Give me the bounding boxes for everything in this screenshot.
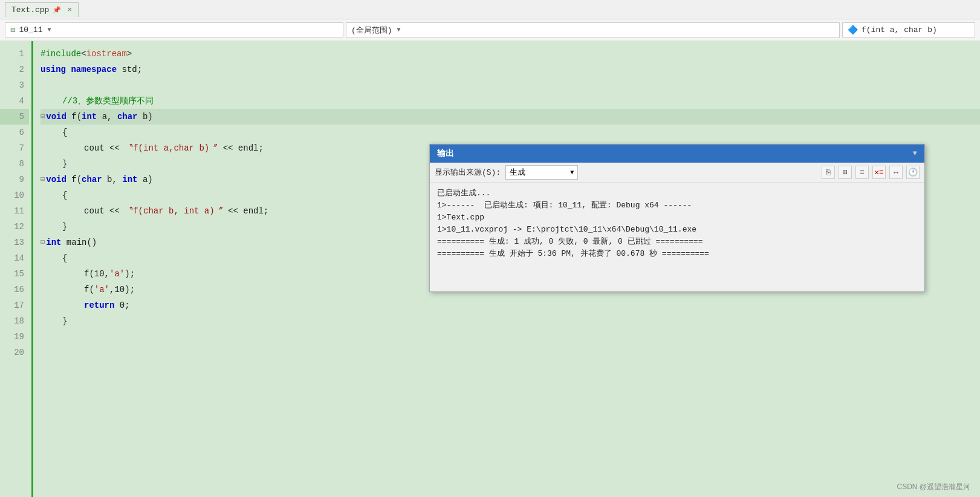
line-num-18: 18 <box>0 313 29 329</box>
output-icon-list[interactable]: ≡ <box>855 166 869 179</box>
line-num-3: 3 <box>0 77 29 93</box>
line-num-2: 2 <box>0 62 29 77</box>
line-num-10: 10 <box>0 187 29 203</box>
code-line-18: } <box>41 313 980 329</box>
line-num-16: 16 <box>0 282 29 297</box>
output-source-value: 生成 <box>510 167 525 178</box>
code-line-3 <box>41 77 980 93</box>
func-label: f(int a, char b) <box>862 25 937 34</box>
scope-selector[interactable]: ⊞ 10_11 ▼ <box>5 22 343 37</box>
output-panel: 输出 ▼ 显示输出来源(S): 生成 ▼ ⎘ ⊞ ≡ ✕≡ ↔ 🕐 已启动生成.… <box>429 144 925 292</box>
output-line-6: ========== 生成 开始于 5:36 PM, 并花费了 00.678 秒… <box>437 248 917 260</box>
output-line-4: 1>10_11.vcxproj -> E:\projtct\10_11\x64\… <box>437 224 917 236</box>
output-panel-header: 输出 ▼ <box>430 145 924 163</box>
line-num-20: 20 <box>0 345 29 360</box>
code-line-4: //3、参数类型顺序不同 <box>41 93 980 109</box>
line-num-8: 8 <box>0 156 29 172</box>
namespace-dropdown-arrow: ▼ <box>397 27 401 33</box>
namespace-selector[interactable]: (全局范围) ▼ <box>346 22 840 38</box>
line-num-17: 17 <box>0 297 29 313</box>
line-num-9: 9 <box>0 172 29 187</box>
code-line-17: return 0; <box>41 297 980 313</box>
output-icon-time[interactable]: 🕐 <box>906 166 920 179</box>
output-source-arrow: ▼ <box>570 169 574 176</box>
output-panel-title: 输出 <box>437 148 454 159</box>
line-num-11: 11 <box>0 203 29 219</box>
pin-icon[interactable]: 📌 <box>53 6 61 14</box>
code-line-1: #include<iostream> <box>41 46 980 62</box>
output-icon-grid[interactable]: ⊞ <box>839 166 852 179</box>
function-selector[interactable]: 🔷 f(int a, char b) <box>842 22 975 37</box>
toolbar: ⊞ 10_11 ▼ (全局范围) ▼ 🔷 f(int a, char b) <box>0 19 980 41</box>
output-icon-copy[interactable]: ⎘ <box>822 166 835 179</box>
scope-icon: ⊞ <box>10 25 15 35</box>
watermark: CSDN @遥望浩瀚星河 <box>897 482 970 492</box>
line-num-19: 19 <box>0 329 29 345</box>
editor-area: 1 2 3 4 5 6 7 8 9 10 11 12 13 14 15 16 1… <box>0 41 980 497</box>
line-num-13: 13 <box>0 235 29 250</box>
close-icon[interactable]: × <box>67 5 72 15</box>
line-num-6: 6 <box>0 125 29 140</box>
line-num-14: 14 <box>0 250 29 266</box>
tab-label: Text.cpp <box>11 5 49 15</box>
output-panel-collapse-arrow[interactable]: ▼ <box>913 149 917 158</box>
output-source-label: 显示输出来源(S): <box>435 167 501 178</box>
output-line-1: 已启动生成... <box>437 187 917 200</box>
output-line-5: ========== 生成: 1 成功, 0 失败, 0 最新, 0 已跳过 =… <box>437 236 917 248</box>
code-line-19 <box>41 329 980 345</box>
scope-label: 10_11 <box>19 25 42 34</box>
output-line-2: 1>------ 已启动生成: 项目: 10_11, 配置: Debug x64… <box>437 200 917 212</box>
output-toolbar-icons: ⎘ ⊞ ≡ ✕≡ ↔ 🕐 <box>822 166 920 179</box>
file-tab[interactable]: Text.cpp 📌 × <box>5 2 79 17</box>
code-line-20 <box>41 345 980 360</box>
output-toolbar: 显示输出来源(S): 生成 ▼ ⎘ ⊞ ≡ ✕≡ ↔ 🕐 <box>430 163 924 183</box>
title-bar: Text.cpp 📌 × <box>0 0 980 19</box>
output-line-3: 1>Text.cpp <box>437 212 917 224</box>
code-line-2: using namespace std; <box>41 62 980 77</box>
line-num-7: 7 <box>0 140 29 156</box>
output-source-select[interactable]: 生成 ▼ <box>505 165 578 180</box>
func-icon: 🔷 <box>848 25 858 35</box>
line-num-1: 1 <box>0 46 29 62</box>
code-line-6: { <box>41 125 980 140</box>
line-num-5: 5 <box>0 109 29 125</box>
line-num-4: 4 <box>0 93 29 109</box>
line-num-12: 12 <box>0 219 29 235</box>
line-numbers: 1 2 3 4 5 6 7 8 9 10 11 12 13 14 15 16 1… <box>0 41 33 497</box>
output-icon-clear[interactable]: ✕≡ <box>872 166 886 179</box>
scope-dropdown-arrow: ▼ <box>47 27 51 33</box>
output-icon-wrap[interactable]: ↔ <box>889 166 903 179</box>
code-line-5: ⊟ void f ( int a, char b) <box>41 109 980 125</box>
line-num-15: 15 <box>0 266 29 282</box>
output-content: 已启动生成... 1>------ 已启动生成: 项目: 10_11, 配置: … <box>430 183 924 291</box>
namespace-label: (全局范围) <box>351 25 392 36</box>
